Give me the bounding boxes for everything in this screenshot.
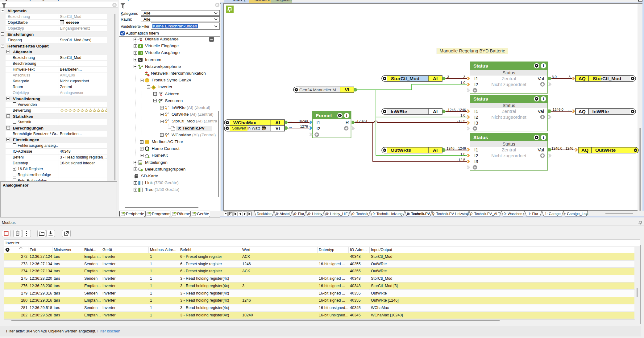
svg-text:0: Technik: 0: Technik	[352, 212, 368, 216]
svg-text:InWRte: InWRte	[592, 109, 609, 114]
svg-text:WChaMax: WChaMax	[233, 120, 256, 125]
svg-text:I1: I1	[317, 120, 321, 125]
svg-text:1246: 1246	[458, 146, 466, 150]
svg-text:OutWRte: OutWRte	[595, 147, 616, 153]
svg-text:1: Gara|ge_Logi: 1: Gara|ge_Logi	[563, 212, 588, 216]
svg-text:Sollwert in Watt: Sollwert in Watt	[232, 126, 260, 130]
svg-text:Deckblatt: Deckblatt	[257, 212, 272, 216]
svg-text:I3: I3	[474, 120, 478, 126]
svg-text:I1: I1	[474, 109, 478, 114]
svg-text:AI: AI	[275, 120, 280, 125]
svg-text:Val: Val	[538, 109, 544, 114]
svg-text:Status: Status	[473, 96, 488, 101]
svg-text:Seitwerk: Seitwerk	[255, 0, 270, 2]
svg-text:...: ...	[567, 108, 571, 111]
svg-text:-1246,0: -1246,0	[551, 108, 563, 111]
svg-text:Status: Status	[473, 135, 488, 140]
svg-text:1,0: 1,0	[460, 152, 465, 156]
svg-text:0: Technik.PV Heizstab: 0: Technik.PV Heizstab	[432, 212, 469, 216]
svg-text:Status: Status	[502, 70, 515, 75]
svg-text:AI: AI	[433, 147, 438, 153]
svg-text:Val: Val	[538, 76, 544, 81]
svg-text:-1246: -1246	[447, 108, 455, 112]
svg-text:AI: AI	[433, 76, 438, 81]
svg-text:AI: AI	[433, 109, 438, 114]
svg-text:0: Hobby_HiFi: 0: Hobby_HiFi	[326, 212, 349, 216]
svg-text:10240: 10240	[298, 119, 308, 123]
svg-text:x: x	[244, 0, 246, 2]
svg-text:Formel: Formel	[316, 113, 332, 118]
svg-text:OutWRte: OutWRte	[391, 147, 411, 153]
svg-text:0: Technik.PV: 0: Technik.PV	[407, 212, 430, 216]
svg-text:-1246: -1246	[457, 108, 466, 112]
svg-text:StorCtl_Mod: StorCtl_Mod	[593, 76, 621, 81]
svg-text:0: Abstell: 0: Abstell	[276, 212, 290, 216]
svg-text:1246,0: 1246,0	[551, 146, 562, 150]
svg-text:Status: Status	[473, 63, 488, 68]
svg-text:StorCtl_Mod: StorCtl_Mod	[391, 76, 419, 81]
svg-text:...: ...	[289, 119, 292, 123]
svg-text:Gen24 Manueller M...: Gen24 Manueller M...	[299, 88, 339, 92]
svg-text:...: ...	[289, 125, 292, 128]
svg-text:Nicht zugeordnet: Nicht zugeordnet	[491, 114, 526, 120]
svg-text:AQ: AQ	[581, 147, 588, 153]
svg-text:TARS: TARS	[232, 0, 242, 2]
svg-text:Status: Status	[502, 103, 515, 108]
svg-text:0: Technik.PV_ALT: 0: Technik.PV_ALT	[470, 212, 500, 216]
svg-text:I2: I2	[317, 126, 321, 131]
svg-text:InWRte: InWRte	[391, 109, 407, 114]
svg-text:Manuelle Regelung BYD Batterie: Manuelle Regelung BYD Batterie	[440, 48, 505, 53]
svg-text:0: Technik.Heizung: 0: Technik.Heizung	[373, 212, 403, 216]
svg-text:1: Flur: 1: Flur	[528, 212, 538, 216]
svg-text:Status: Status	[502, 142, 515, 146]
svg-text:1246: 1246	[565, 146, 573, 150]
svg-text:3: 3	[463, 75, 465, 79]
svg-text:AQ: AQ	[579, 76, 586, 81]
svg-text:0: Flur: 0: Flur	[294, 212, 304, 216]
svg-text:Nicht zugeordnet: Nicht zugeordnet	[491, 82, 526, 87]
svg-text:1: Garage: 1: Garage	[545, 212, 560, 216]
svg-text:R: R	[346, 120, 349, 125]
svg-text:I2: I2	[474, 153, 478, 158]
svg-text:Zentral: Zentral	[502, 76, 516, 81]
svg-text:3: 3	[569, 75, 571, 79]
svg-text:Zentral: Zentral	[502, 109, 516, 114]
svg-text:VI: VI	[345, 87, 349, 92]
svg-text:-12,5: -12,5	[457, 119, 465, 123]
svg-text:0: Hobby: 0: Hobby	[308, 212, 322, 216]
svg-text:Val: Val	[538, 147, 544, 152]
svg-text:-1276: -1276	[299, 125, 308, 128]
svg-text:1,0: 1,0	[460, 81, 465, 84]
svg-text:I1: I1	[474, 76, 478, 81]
svg-text:Zentral: Zentral	[502, 147, 516, 152]
svg-text:-12,5: -12,5	[457, 158, 465, 162]
svg-text:AQ: AQ	[579, 109, 586, 114]
svg-text:I2: I2	[474, 82, 478, 87]
svg-text:I3: I3	[474, 159, 478, 164]
svg-text:3: 3	[447, 75, 449, 79]
svg-text:-12,461: -12,461	[355, 119, 368, 123]
svg-text:VI: VI	[275, 126, 280, 131]
svg-text:1,0: 1,0	[460, 113, 465, 117]
svg-text:0: Waschen: 0: Waschen	[504, 212, 522, 216]
svg-text:Nicht zugeordnet: Nicht zugeordnet	[491, 153, 526, 158]
svg-text:1246: 1246	[447, 146, 455, 150]
svg-text:Rognetta: Rognetta	[276, 0, 292, 2]
svg-text:I2: I2	[474, 114, 478, 120]
svg-text:3,0: 3,0	[552, 75, 557, 79]
svg-text:I1: I1	[474, 147, 478, 152]
